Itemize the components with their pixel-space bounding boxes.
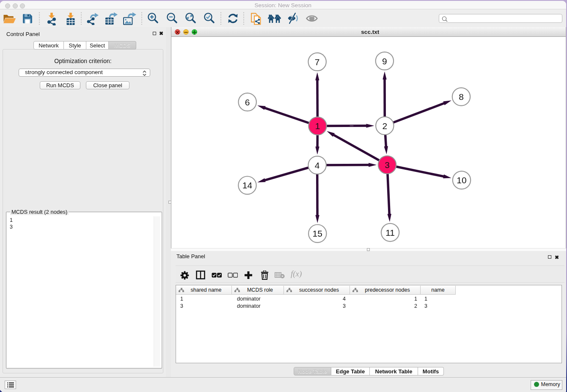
svg-text:3: 3 <box>385 160 390 170</box>
svg-text:14: 14 <box>242 180 253 190</box>
svg-text:9: 9 <box>382 56 387 66</box>
svg-text:7: 7 <box>315 57 320 67</box>
svg-text:11: 11 <box>385 228 395 237</box>
svg-text:6: 6 <box>245 97 250 107</box>
svg-text:15: 15 <box>313 229 322 238</box>
svg-text:2: 2 <box>382 121 387 131</box>
svg-text:4: 4 <box>315 160 320 170</box>
svg-text:10: 10 <box>457 175 466 185</box>
svg-text:1: 1 <box>315 121 320 131</box>
svg-text:8: 8 <box>459 92 464 102</box>
